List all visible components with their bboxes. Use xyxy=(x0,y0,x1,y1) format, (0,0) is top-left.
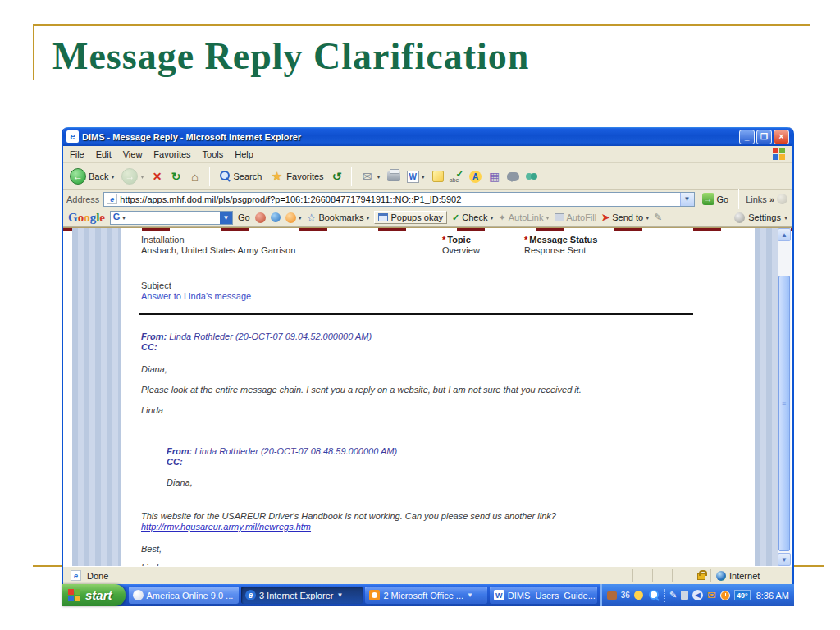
tray-app-icon[interactable] xyxy=(607,591,617,600)
tray-count: 36 xyxy=(621,591,630,600)
address-input[interactable]: e https://apps.mhf.dod.mil/pls/psgprod/f… xyxy=(103,192,694,207)
google-search-input[interactable]: G ▼ xyxy=(110,211,233,225)
minimize-button[interactable]: _ xyxy=(739,130,755,144)
favorites-button[interactable]: ★ Favorites xyxy=(267,168,325,185)
windows-taskbar: start America Online 9.0 ... e 3 Interne… xyxy=(62,584,794,606)
google-g-icon: G xyxy=(111,212,122,223)
back-button[interactable]: ← Back xyxy=(68,167,116,185)
menu-file[interactable]: File xyxy=(70,149,84,159)
menu-edit[interactable]: Edit xyxy=(96,149,112,159)
menu-help[interactable]: Help xyxy=(235,149,253,159)
stop-button[interactable]: ✕ xyxy=(150,169,165,184)
google-misc-icon[interactable] xyxy=(255,212,266,223)
bookmarks-button[interactable]: ☆ Bookmarks xyxy=(307,212,370,224)
task-label: 3 Internet Explorer xyxy=(259,591,334,600)
mail-button[interactable]: ✉ xyxy=(358,168,382,185)
discuss-button[interactable] xyxy=(506,169,521,184)
scrollbar-thumb[interactable] xyxy=(778,276,790,551)
google-pagerank-button[interactable] xyxy=(285,212,302,223)
go-button[interactable]: → Go xyxy=(699,193,733,205)
research-button[interactable]: ▦ xyxy=(487,169,502,184)
forward-button[interactable]: → xyxy=(120,167,145,185)
message2-cc-line: CC: xyxy=(167,457,183,467)
taskbutton-internet-explorer[interactable]: e 3 Internet Explorer ▼ xyxy=(241,587,363,604)
task-label: America Online 9.0 ... xyxy=(147,591,234,600)
word-icon: W xyxy=(407,171,419,183)
links-menu[interactable]: Links xyxy=(746,194,789,204)
aim-button[interactable]: A xyxy=(468,169,483,184)
spellcheck-check-button[interactable]: ✓ Check xyxy=(452,212,493,223)
google-search-dropdown-icon[interactable] xyxy=(122,214,126,221)
back-label: Back xyxy=(89,171,108,181)
lock-icon xyxy=(697,573,705,580)
edit-with-word-button[interactable]: W xyxy=(405,170,427,184)
history-button[interactable]: ↺ xyxy=(330,169,345,184)
page-left-stripe-background xyxy=(72,228,121,566)
google-logo: Google xyxy=(68,211,105,225)
menu-favorites[interactable]: Favorites xyxy=(153,149,190,159)
aim-tray-icon[interactable] xyxy=(634,591,643,600)
search-button[interactable]: Search xyxy=(217,169,264,184)
popup-blocker-icon xyxy=(378,213,388,221)
magnifier-tray-icon[interactable] xyxy=(647,589,660,602)
spellcheck-button[interactable] xyxy=(450,169,464,184)
autofill-button[interactable]: AutoFill xyxy=(555,212,597,222)
home-button[interactable]: ⌂ xyxy=(188,169,203,184)
messenger-button[interactable] xyxy=(525,169,540,184)
menu-tools[interactable]: Tools xyxy=(203,149,224,159)
google-search-scroll-icon[interactable]: ▼ xyxy=(220,212,232,224)
scroll-up-icon[interactable]: ▲ xyxy=(778,228,791,241)
status-bar: e Done Internet xyxy=(63,566,792,584)
task-label: 2 Microsoft Office ... xyxy=(383,591,463,600)
standard-buttons-toolbar: ← Back → ✕ ↻ ⌂ Search ★ Favorites ↺ xyxy=(63,163,792,190)
handbook-link[interactable]: http://rmv.hqusareur.army.mil/newregs.ht… xyxy=(141,522,311,532)
favorites-star-icon: ★ xyxy=(269,169,284,184)
google-settings-button[interactable]: Settings xyxy=(734,212,788,223)
send-to-icon: ➤ xyxy=(601,212,609,223)
device-tray-icon[interactable] xyxy=(681,591,688,600)
address-dropdown-icon[interactable]: ▼ xyxy=(680,193,694,206)
page-right-stripe-background xyxy=(755,228,778,566)
send-to-button[interactable]: ➤ Send to xyxy=(601,212,649,223)
message-status-label: *Message Status xyxy=(524,235,597,244)
scroll-down-icon[interactable]: ▼ xyxy=(778,553,791,566)
start-button[interactable]: start xyxy=(62,584,126,606)
task-group-caret-icon: ▼ xyxy=(336,591,343,599)
topic-label: *Topic xyxy=(442,235,471,244)
links-extra-icon xyxy=(777,194,788,204)
clock-tray-icon[interactable] xyxy=(720,591,730,600)
favorites-label: Favorites xyxy=(286,171,323,181)
settings-ball-icon xyxy=(734,212,745,223)
new-mail-tray-icon[interactable]: ✉ xyxy=(707,589,716,601)
back-dropdown-icon[interactable] xyxy=(111,173,114,180)
close-button[interactable]: × xyxy=(774,130,789,144)
collapse-tray-chevron-icon[interactable]: ◀ xyxy=(692,590,703,600)
highlighter-icon[interactable]: ✎ xyxy=(654,212,662,223)
vertical-scrollbar[interactable]: ▲ ▼ xyxy=(778,228,791,566)
from-label: From: xyxy=(141,331,167,341)
page-icon: e xyxy=(107,194,117,204)
task-label: DIMS_Users_Guide... xyxy=(508,591,596,600)
popups-okay-button[interactable]: Popups okay xyxy=(374,211,447,224)
taskbutton-microsoft-office[interactable]: 2 Microsoft Office ... ▼ xyxy=(365,587,486,604)
notes-button[interactable] xyxy=(431,169,445,184)
forward-icon: → xyxy=(121,168,138,185)
autolink-button[interactable]: ✦ AutoLink xyxy=(498,212,549,223)
weather-temperature-badge[interactable]: 49° xyxy=(734,590,751,600)
print-button[interactable] xyxy=(386,169,401,184)
google-go-button[interactable]: Go xyxy=(238,212,250,222)
messenger-icon xyxy=(526,171,539,182)
autofill-label: AutoFill xyxy=(567,212,597,222)
mail-dropdown-icon xyxy=(377,173,381,180)
pen-tray-icon[interactable]: ✎ xyxy=(669,590,677,600)
google-globe-icon[interactable] xyxy=(271,212,281,222)
restore-button[interactable]: ❐ xyxy=(756,130,772,144)
taskbutton-america-online[interactable]: America Online 9.0 ... xyxy=(129,587,239,604)
menu-view[interactable]: View xyxy=(123,149,143,159)
note-icon xyxy=(432,171,444,182)
status-cell xyxy=(653,569,673,582)
title-bar[interactable]: e DIMS - Message Reply - Microsoft Inter… xyxy=(63,127,792,146)
taskbutton-dims-users-guide[interactable]: W DIMS_Users_Guide... xyxy=(490,587,597,604)
refresh-button[interactable]: ↻ xyxy=(169,169,184,184)
address-bar: Address e https://apps.mhf.dod.mil/pls/p… xyxy=(63,190,792,208)
